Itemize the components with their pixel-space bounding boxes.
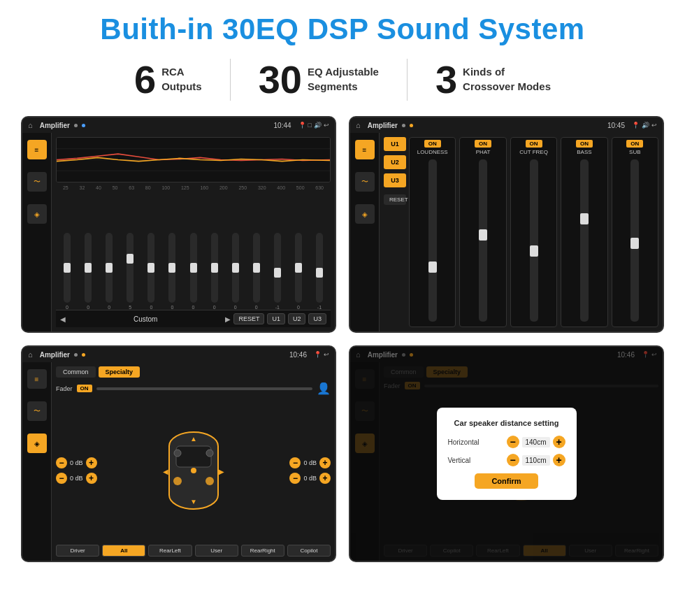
vol-minus-fl[interactable]: − <box>56 457 67 468</box>
spk-tabs: Common Specialty <box>56 366 331 378</box>
svg-text:▼: ▼ <box>190 498 197 506</box>
vol-minus-rr[interactable]: − <box>289 473 301 484</box>
svg-text:◀: ◀ <box>163 468 168 475</box>
ch-phat-toggle[interactable]: ON <box>475 140 491 148</box>
horizontal-plus-btn[interactable]: + <box>553 436 565 448</box>
vol-val-fl: 0 dB <box>70 459 83 466</box>
u3-btn[interactable]: U3 <box>308 313 326 324</box>
eq-slider-1[interactable]: 0 <box>57 233 77 310</box>
home-icon-2: ⌂ <box>356 121 361 129</box>
confirm-button[interactable]: Confirm <box>475 473 538 489</box>
back-icon: ↩ <box>324 122 329 129</box>
eq-body: ≡ 〜 ◈ <box>22 133 335 331</box>
prev-btn[interactable]: ◀ <box>60 315 66 323</box>
cross-spk-btn[interactable]: ◈ <box>355 204 375 224</box>
spk-sidebar: ≡ 〜 ◈ <box>22 362 52 561</box>
ch-bass: ON BASS <box>561 137 607 327</box>
vol-val-rr: 0 dB <box>303 475 317 482</box>
ch-loudness: ON LOUDNESS <box>409 137 456 327</box>
stat-rca-label: RCAOutputs <box>161 60 202 94</box>
ch-sub-toggle[interactable]: ON <box>626 140 643 148</box>
spk-eq-btn[interactable]: ≡ <box>27 369 47 389</box>
horizontal-control: − 140cm + <box>507 436 565 448</box>
status-icons-3: 📍 ↩ <box>314 351 329 358</box>
screen-distance: ⌂ Amplifier 10:46 📍 ↩ ≡ 〜 ◈ <box>349 345 664 562</box>
vol-plus-rr[interactable]: + <box>319 473 331 484</box>
u2-btn[interactable]: U2 <box>288 313 306 324</box>
cross-wave-btn[interactable]: 〜 <box>355 172 375 192</box>
eq-freq-labels: 253240 506380 100125160 200250320 400500… <box>56 185 331 190</box>
clock-3: 10:46 <box>289 351 307 359</box>
reset-btn-1[interactable]: RESET <box>233 313 264 324</box>
cross-eq-btn[interactable]: ≡ <box>355 140 375 159</box>
svg-point-9 <box>206 450 213 457</box>
vol-minus-fr[interactable]: − <box>289 457 301 468</box>
vol-plus-fl[interactable]: + <box>86 457 97 468</box>
eq-preset-label: Custom <box>68 315 222 323</box>
vol-plus-fr[interactable]: + <box>319 457 331 468</box>
pin-icon-3: 📍 <box>314 351 322 358</box>
wave-icon-btn[interactable]: 〜 <box>27 172 47 192</box>
eq-graph <box>56 137 331 182</box>
person-icon: 👤 <box>317 382 331 395</box>
btn-user[interactable]: User <box>195 545 238 557</box>
ch-cutfreq-toggle[interactable]: ON <box>526 140 542 148</box>
next-btn[interactable]: ▶ <box>225 315 231 323</box>
status-bar-3: ⌂ Amplifier 10:46 📍 ↩ <box>22 347 335 362</box>
eq-icon-btn[interactable]: ≡ <box>27 140 47 159</box>
stat-rca: 6 RCAOutputs <box>106 60 230 99</box>
ch-bass-label: BASS <box>577 149 591 155</box>
fader-on-btn[interactable]: ON <box>77 385 92 392</box>
dialog-overlay: Car speaker distance setting Horizontal … <box>350 347 663 561</box>
ch-phat-label: PHAT <box>476 149 491 155</box>
ch-loudness-toggle[interactable]: ON <box>424 140 441 148</box>
speaker-body: ≡ 〜 ◈ Common Specialty Fader ON 👤 <box>22 362 335 561</box>
dialog-horizontal-row: Horizontal − 140cm + <box>448 436 565 448</box>
stat-crossover: 3 Kinds ofCrossover Modes <box>408 60 579 99</box>
btn-copilot[interactable]: Copilot <box>287 545 331 557</box>
back-icon-2: ↩ <box>651 122 657 129</box>
ch-phat-slider[interactable] <box>479 159 487 322</box>
ch-loudness-slider[interactable] <box>428 159 437 322</box>
status-dot-5 <box>74 353 78 357</box>
vertical-minus-btn[interactable]: − <box>507 454 519 466</box>
btn-driver[interactable]: Driver <box>56 545 99 557</box>
vol-minus-rl[interactable]: − <box>56 473 67 484</box>
ch-phat: ON PHAT <box>459 137 506 327</box>
fader-slider[interactable] <box>96 387 312 390</box>
screen-eq: ⌂ Amplifier 10:44 📍 □ 🔊 ↩ ≡ 〜 ◈ <box>21 116 336 333</box>
vol-plus-rl[interactable]: + <box>86 473 97 484</box>
dialog-title: Car speaker distance setting <box>448 419 565 427</box>
btn-rearright[interactable]: RearRight <box>241 545 284 557</box>
car-svg: ▲ ▼ ◀ ▶ <box>162 429 225 513</box>
btn-all[interactable]: All <box>102 545 145 557</box>
fader-label: Fader <box>56 385 73 392</box>
spk-spk-btn[interactable]: ◈ <box>27 434 47 453</box>
camera-icon: □ <box>308 122 312 129</box>
horizontal-minus-btn[interactable]: − <box>507 436 519 448</box>
screen-speaker: ⌂ Amplifier 10:46 📍 ↩ ≡ 〜 ◈ Commo <box>21 345 336 562</box>
vertical-plus-btn[interactable]: + <box>553 454 565 466</box>
btn-rearleft[interactable]: RearLeft <box>148 545 192 557</box>
preset-u3[interactable]: U3 <box>384 173 406 187</box>
svg-text:▲: ▲ <box>190 435 197 443</box>
status-icons-2: 📍 🔊 ↩ <box>632 122 657 129</box>
spk-wave-btn[interactable]: 〜 <box>27 401 47 421</box>
ch-sub-slider[interactable] <box>630 159 639 322</box>
vol-val-fr: 0 dB <box>303 459 317 466</box>
cross-reset-btn[interactable]: RESET <box>384 194 406 205</box>
tab-common[interactable]: Common <box>56 366 96 378</box>
svg-text:▶: ▶ <box>219 468 224 475</box>
tab-specialty[interactable]: Specialty <box>99 366 140 378</box>
eq-bottom-bar: ◀ Custom ▶ RESET U1 U2 U3 <box>56 310 331 327</box>
ch-cutfreq-slider[interactable] <box>530 159 538 322</box>
ch-bass-slider[interactable] <box>580 159 589 322</box>
vol-row-fr: − 0 dB + <box>289 457 331 468</box>
spk-left-vols: − 0 dB + − 0 dB + <box>56 401 97 540</box>
dialog-vertical-row: Vertical − 110cm + <box>448 454 565 466</box>
preset-u1[interactable]: U1 <box>384 137 406 151</box>
spk-icon-btn[interactable]: ◈ <box>27 204 47 224</box>
u1-btn[interactable]: U1 <box>267 313 285 324</box>
ch-bass-toggle[interactable]: ON <box>576 140 593 148</box>
preset-u2[interactable]: U2 <box>384 155 406 169</box>
